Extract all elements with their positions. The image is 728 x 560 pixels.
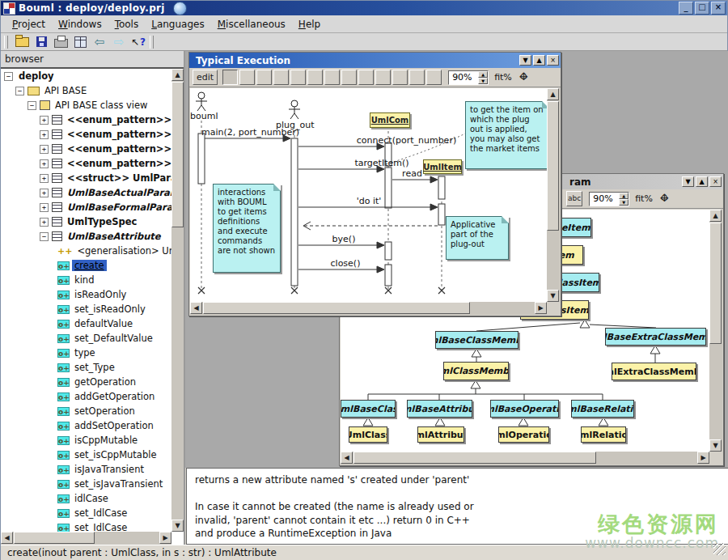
tree-row[interactable]: o+ set_IdlCase xyxy=(1,520,171,532)
fit-scale-icon[interactable]: ↔↕ xyxy=(517,70,531,84)
tree-row[interactable]: o+ isJavaTransient xyxy=(1,462,171,477)
spin-down-icon[interactable]: ▼ xyxy=(619,199,629,206)
message-label[interactable]: targetItem() xyxy=(350,158,413,168)
resize-grip[interactable] xyxy=(713,543,726,555)
edit-button[interactable]: edit xyxy=(193,70,218,85)
message-label[interactable]: read xyxy=(394,168,430,179)
scroll-left-icon[interactable]: ◀ xyxy=(190,302,202,314)
reflexive-async-tool-icon[interactable] xyxy=(358,70,374,85)
sequence-diagram-window[interactable]: Typical Execution ▼ ▲ × edit 90% ▲▼ fit% xyxy=(188,52,561,316)
tree-row[interactable]: o+ setOperation xyxy=(1,404,171,418)
tree-row[interactable]: o+ set_DefaultValue xyxy=(1,331,171,346)
tree-row[interactable]: o+ type xyxy=(1,346,171,360)
shade-icon[interactable]: ▼ xyxy=(519,55,531,66)
fit-label[interactable]: fit% xyxy=(494,72,512,83)
tree-row[interactable]: o+ set_isJavaTransient xyxy=(1,477,171,491)
print-button[interactable] xyxy=(53,35,69,49)
fit-label[interactable]: fit% xyxy=(635,193,653,204)
tree-row[interactable]: UmlTypeSpec xyxy=(1,214,171,229)
close-icon[interactable]: × xyxy=(547,55,559,66)
spin-up-icon[interactable]: ▲ xyxy=(478,71,488,78)
browser-hscrollbar[interactable]: ◀ ▶ xyxy=(1,532,171,545)
tree-row[interactable]: <<enum_pattern>> aVisibility xyxy=(1,142,171,156)
seq-vscroll-thumb[interactable] xyxy=(547,101,559,231)
class-box[interactable]: UmlBaseClassMember xyxy=(435,331,518,349)
toolbar-handle[interactable] xyxy=(4,36,8,49)
open-project-button[interactable] xyxy=(14,35,30,49)
browser-vscrollbar[interactable]: ▲ ▼ xyxy=(171,69,184,532)
reflexive-sync-tool-icon[interactable] xyxy=(341,70,357,85)
minimize-button[interactable]: _ xyxy=(679,2,693,15)
class-vscrollbar[interactable]: ▲ ▼ xyxy=(709,210,722,452)
scroll-up-icon[interactable]: ▲ xyxy=(709,210,722,222)
class-box[interactable]: UmlClassMember xyxy=(443,362,509,380)
scroll-right-icon[interactable]: ▶ xyxy=(159,532,171,544)
tree-row[interactable]: o+ defaultValue xyxy=(1,316,171,331)
class-box[interactable]: UmlBaseClass xyxy=(341,400,396,418)
tree-row[interactable]: <<enum_pattern>> anItemKin xyxy=(1,156,171,171)
tree-row[interactable]: o+ set_isReadOnly xyxy=(1,302,171,316)
whats-this-button[interactable]: ? xyxy=(130,35,146,49)
message-label[interactable]: close() xyxy=(321,258,370,269)
browser-tree[interactable]: deploy API BASE API BASE class view <<en… xyxy=(1,69,171,532)
tree-row[interactable]: UmlBaseActualParameter xyxy=(1,185,171,200)
scroll-up-icon[interactable]: ▲ xyxy=(547,88,559,100)
maximize-button[interactable]: □ xyxy=(695,2,709,15)
scroll-up-icon[interactable]: ▲ xyxy=(171,69,184,81)
tree-row[interactable]: o+ set_isCppMutable xyxy=(1,448,171,462)
message-label[interactable]: main(2, port_number) xyxy=(201,127,290,138)
menu-project[interactable]: Project xyxy=(6,17,52,32)
class-box[interactable]: UmlBaseRelation xyxy=(571,400,634,418)
zoom-spinbox[interactable]: 90% ▲▼ xyxy=(448,70,489,85)
subject-tool-icon[interactable] xyxy=(392,70,408,85)
scroll-right-icon[interactable]: ▶ xyxy=(697,452,709,464)
maximize-icon[interactable]: ▲ xyxy=(533,55,545,66)
tree-row[interactable]: o+ isCppMutable xyxy=(1,433,171,448)
lifeline-tool-icon[interactable] xyxy=(256,70,272,85)
scroll-left-icon[interactable]: ◀ xyxy=(1,532,13,544)
message-label[interactable]: connect(port_number) xyxy=(356,135,457,146)
tree-expander-icon[interactable] xyxy=(15,87,24,95)
tree-row[interactable]: <<enum_pattern>> aRelationK xyxy=(1,112,171,127)
close-button[interactable]: × xyxy=(711,2,726,15)
tree-row[interactable]: UmlBaseAttribute xyxy=(1,229,171,244)
seq-window-titlebar[interactable]: Typical Execution ▼ ▲ × xyxy=(189,53,561,68)
seq-hscroll-thumb[interactable] xyxy=(203,302,470,314)
scroll-right-icon[interactable]: ▶ xyxy=(535,302,547,314)
tree-expander-icon[interactable] xyxy=(28,101,36,110)
actor-label[interactable]: bouml xyxy=(190,111,214,121)
async-message-tool-icon[interactable] xyxy=(324,70,340,85)
tree-row[interactable]: o+ getOperation xyxy=(1,375,171,389)
tree-row[interactable]: o+ isReadOnly xyxy=(1,287,171,302)
seq-hscrollbar[interactable]: ◀ ▶ xyxy=(190,302,547,315)
tree-row[interactable]: ++ <generalisation> UmlClass xyxy=(1,244,171,258)
message-label[interactable]: bye() xyxy=(320,234,368,244)
tree-row[interactable]: deploy xyxy=(1,69,171,83)
menu-windows[interactable]: Windows xyxy=(52,17,108,32)
class-box[interactable]: UmlExtraClassMember xyxy=(612,363,696,380)
object-box[interactable]: UmlCom xyxy=(370,112,410,128)
tree-row[interactable]: <<enum_pattern>> aDirection xyxy=(1,127,171,142)
return-message-tool-icon[interactable] xyxy=(375,70,391,85)
tree-expander-icon[interactable] xyxy=(40,159,49,168)
class-box[interactable]: UmlOperation xyxy=(498,426,549,443)
close-icon[interactable]: × xyxy=(709,176,722,187)
shade-icon[interactable]: ▼ xyxy=(682,176,694,187)
note-box[interactable]: Applicative part of the plug-out xyxy=(446,216,509,260)
note-box[interactable]: to get the item on which the plug out is… xyxy=(465,101,547,169)
message-label[interactable]: 'do it' xyxy=(349,196,389,206)
tree-row[interactable]: API BASE xyxy=(1,83,171,98)
tree-row[interactable]: o+ create xyxy=(1,258,171,273)
browser-hscroll-thumb[interactable] xyxy=(14,532,95,544)
scroll-down-icon[interactable]: ▼ xyxy=(547,290,559,302)
text-tool-icon[interactable]: abc xyxy=(566,191,582,206)
description-pane[interactable]: returns a new attribute named 's' create… xyxy=(186,468,728,545)
seq-vscrollbar[interactable]: ▲ ▼ xyxy=(547,88,560,302)
tree-expander-icon[interactable] xyxy=(40,189,49,197)
menu-miscellaneous[interactable]: Miscellaneous xyxy=(211,17,292,32)
save-project-button[interactable] xyxy=(33,35,49,49)
generate-button[interactable] xyxy=(72,35,88,49)
tree-row[interactable]: o+ set_Type xyxy=(1,360,171,375)
zoom-spinbox[interactable]: 90% ▲▼ xyxy=(589,192,629,206)
maximize-icon[interactable]: ▲ xyxy=(696,176,708,187)
